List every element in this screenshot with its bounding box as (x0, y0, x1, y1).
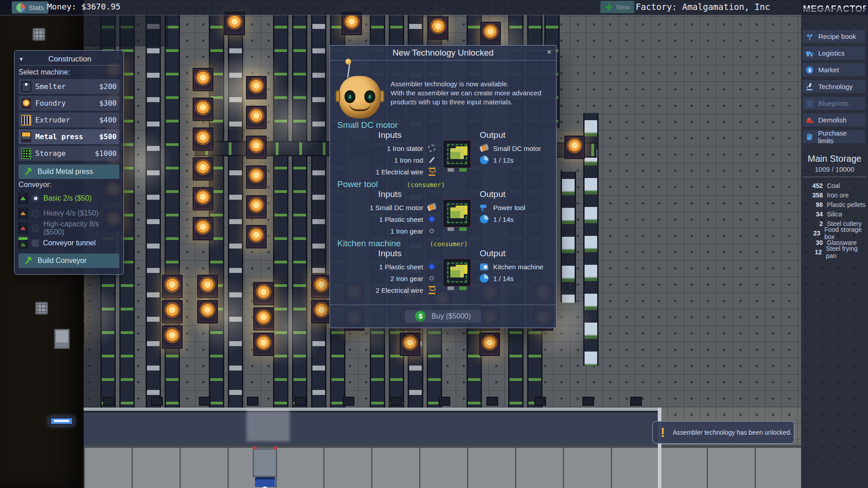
radio-unselected[interactable] (32, 225, 39, 232)
conveyor-option-heavy[interactable]: Heavy 4/s ($150) (19, 206, 119, 220)
technology-button[interactable]: Technology (803, 80, 865, 93)
machine-sprite (197, 300, 218, 324)
blueprints-button[interactable]: Blueprints (803, 97, 865, 110)
game-screen: Stats Money: $3670.95 New Factory: Amalg… (0, 0, 868, 488)
feeder-sprite (247, 397, 259, 406)
machine-sprite (564, 136, 585, 159)
machine-sprite (193, 157, 213, 181)
conveyor-option-high-capacity[interactable]: High-capacity 8/s ($500) (19, 221, 119, 235)
electrical-wire-icon (427, 286, 436, 295)
high-capacity-conveyor-icon (19, 222, 28, 234)
assembler-icon (444, 259, 470, 286)
heavy-conveyor-icon (19, 207, 28, 219)
collapse-icon[interactable]: ▼ (19, 56, 30, 62)
purchase-limits-button[interactable]: Purchase limits (803, 130, 865, 143)
small-dc-motor-icon (480, 144, 489, 153)
stats-button[interactable]: Stats (12, 1, 48, 14)
storage-item: 12Steel frying pan (801, 247, 868, 257)
hammer-icon (23, 167, 33, 177)
feeder-sprite (486, 397, 498, 406)
feeder-sprite (534, 397, 546, 406)
machine-sprite (162, 275, 183, 298)
feeder-sprite (151, 397, 163, 406)
top-bar: Stats Money: $3670.95 New Factory: Amalg… (0, 0, 868, 15)
truck-icon (805, 49, 814, 58)
foundry-icon (21, 98, 31, 109)
feeder-sprite (295, 397, 307, 406)
machine-option-storage[interactable]: Storage $1000 (19, 146, 119, 161)
plastic-sheet-icon (427, 215, 436, 224)
build-conveyor-button[interactable]: Build Conveyor (19, 253, 119, 268)
exclamation-icon: ! (653, 425, 673, 440)
microscope-icon (805, 82, 814, 91)
machine-sprite (193, 217, 213, 240)
conveyor-tunnel-icon (19, 237, 28, 249)
clock-icon (480, 215, 489, 224)
clock-icon (480, 155, 489, 164)
conveyor-tunnel-option[interactable]: Conveyor tunnel (19, 236, 119, 250)
buy-button[interactable]: $ Buy ($5000) (405, 310, 481, 323)
machine-sprite (253, 282, 274, 305)
new-factory-button[interactable]: New (600, 1, 634, 13)
conveyor-lane (292, 15, 307, 408)
machine-sprite (193, 127, 213, 151)
modal-title: New Technology Unlocked (330, 46, 556, 61)
close-icon[interactable]: × (547, 47, 552, 57)
smelter-icon (21, 81, 31, 92)
machine-option-metal-press[interactable]: Metal press $500 (19, 129, 119, 144)
recipe-book-button[interactable]: Recipe book (803, 30, 865, 43)
radio-selected[interactable] (32, 195, 39, 202)
output-header: Output (480, 130, 552, 140)
radio-unselected[interactable] (32, 210, 39, 217)
stats-label: Stats (28, 4, 44, 11)
robot-avatar (336, 64, 383, 119)
conveyor-lane (311, 15, 326, 408)
dollar-icon: $ (415, 311, 426, 322)
machine-option-smelter[interactable]: Smelter $200 (19, 79, 119, 94)
mini-grid-widget (35, 302, 48, 314)
conveyor-tunnel-checkbox[interactable] (32, 239, 39, 247)
build-machine-button[interactable]: Build Metal press (19, 164, 119, 179)
storage-icon (21, 148, 31, 159)
machine-sprite (311, 300, 332, 324)
inputs-header: Inputs (378, 130, 402, 140)
conveyor-lane (146, 15, 161, 408)
hammer-icon (23, 256, 33, 266)
iron-gear-icon (427, 226, 436, 235)
machine-sprite (400, 333, 420, 356)
machine-option-extruder[interactable]: Extruder $400 (19, 113, 119, 127)
consumer-tag: (consumer) (407, 181, 445, 188)
storage-item: 98Plastic pellets (801, 200, 868, 209)
machine-sprite (253, 333, 274, 356)
inputs-header: Inputs (378, 189, 402, 199)
kitchen-machine-icon (480, 262, 489, 271)
recipe-book-icon (805, 32, 814, 41)
conveyor-lane (561, 172, 576, 303)
recipe-kitchen-machine: Kitchen machine (consumer) (330, 238, 556, 249)
truck-bays (84, 445, 801, 488)
storage-item: 358Iron ore (801, 190, 868, 200)
recipe-power-tool: Power tool (consumer) (330, 178, 556, 189)
assembler-icon (444, 200, 470, 226)
storage-item: 452Coal (801, 181, 868, 190)
power-tool-icon (480, 203, 489, 212)
right-sidebar: MEGAFACTORY Recipe book Logistics $ Mark… (801, 0, 868, 488)
storage-item: 23Food storage box (801, 228, 868, 238)
demolish-button[interactable]: Demolish (803, 113, 865, 127)
main-storage-panel: Main Storage 1009 / 10000 452Coal 358Iro… (801, 154, 868, 257)
machine-sprite (162, 300, 183, 324)
mini-grid-widget (33, 28, 45, 41)
construction-title: Construction (30, 55, 119, 64)
logistics-button[interactable]: Logistics (803, 47, 865, 60)
iron-stator-icon (427, 144, 436, 153)
machine-sprite (197, 275, 218, 298)
machine-sprite (253, 307, 274, 331)
new-technology-modal: New Technology Unlocked × Assembler tech… (330, 45, 557, 328)
market-button[interactable]: $ Market (803, 63, 865, 76)
machine-sprite (479, 333, 500, 356)
conveyor-option-basic[interactable]: Basic 2/s ($50) (19, 192, 119, 205)
small-dc-motor-icon (427, 203, 436, 212)
machine-option-foundry[interactable]: Foundry $300 (19, 96, 119, 111)
delivery-truck (252, 448, 278, 488)
plastic-sheet-icon (427, 262, 436, 271)
